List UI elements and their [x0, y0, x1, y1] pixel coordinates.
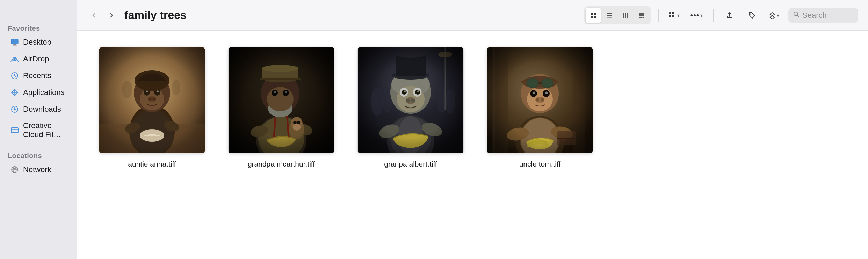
favorites-section-label: Favorites [0, 21, 77, 34]
desktop-icon [10, 37, 20, 47]
svg-rect-20 [639, 13, 644, 16]
svg-rect-11 [594, 13, 596, 15]
more-arrow: ▾ [700, 13, 703, 18]
svg-rect-25 [672, 12, 674, 14]
sidebar-item-airdrop[interactable]: AirDrop [2, 51, 74, 67]
svg-rect-10 [591, 13, 593, 15]
svg-rect-50 [99, 47, 205, 153]
sidebar-item-desktop[interactable]: Desktop [2, 34, 74, 50]
sidebar-item-downloads-label: Downloads [23, 105, 61, 114]
more-options-button[interactable]: ••• ▾ [689, 7, 706, 24]
downloads-icon [10, 104, 20, 114]
grid-view-button[interactable] [586, 8, 601, 23]
folder-title: family trees [124, 9, 187, 22]
file-item-granpa-albert[interactable]: granpa albert.tiff [356, 47, 465, 168]
svg-rect-14 [607, 13, 612, 14]
sidebar-item-recents[interactable]: Recents [2, 68, 74, 84]
applications-icon [10, 88, 20, 97]
svg-rect-21 [639, 17, 641, 18]
gallery-view-button[interactable] [634, 8, 649, 23]
creative-cloud-icon [10, 125, 20, 135]
toolbar: family trees [77, 0, 868, 31]
file-thumb-granpa-albert [358, 47, 463, 153]
svg-rect-75 [229, 47, 334, 153]
svg-rect-16 [607, 17, 612, 18]
sidebar-item-network[interactable]: Network [2, 162, 74, 178]
file-name-granpa-albert: granpa albert.tiff [384, 160, 437, 168]
svg-rect-12 [591, 16, 593, 18]
sidebar-item-desktop-label: Desktop [23, 38, 51, 47]
svg-rect-27 [672, 15, 674, 17]
svg-rect-13 [594, 16, 596, 18]
portrait-mcarthur [229, 47, 334, 153]
file-item-auntie-anna[interactable]: auntie anna.tiff [98, 47, 206, 168]
svg-rect-24 [669, 12, 671, 14]
main-content: family trees [77, 0, 868, 259]
svg-rect-23 [643, 17, 644, 18]
sidebar-item-creative-cloud-label: Creative Cloud Fil… [23, 121, 67, 139]
svg-rect-22 [641, 17, 643, 18]
search-icon [793, 11, 800, 19]
sidebar-item-network-label: Network [23, 165, 51, 174]
svg-rect-1 [13, 44, 16, 45]
file-item-grandpa-mcarthur[interactable]: grandpa mcarthur.tiff [227, 47, 335, 168]
dropbox-arrow: ▾ [777, 13, 779, 18]
portrait-albert [358, 47, 463, 153]
column-view-button[interactable] [618, 8, 633, 23]
sidebar: Favorites Desktop AirDrop [0, 0, 77, 259]
svg-rect-7 [11, 128, 18, 133]
svg-rect-15 [607, 15, 612, 16]
portrait-tom [487, 47, 593, 153]
search-placeholder: Search [802, 11, 827, 20]
file-name-uncle-tom: uncle tom.tiff [519, 160, 561, 168]
file-thumb-auntie-anna [99, 47, 205, 153]
svg-rect-18 [625, 13, 626, 18]
svg-point-4 [14, 59, 16, 60]
sidebar-item-recents-label: Recents [23, 71, 51, 80]
file-thumb-grandpa-mcarthur [229, 47, 334, 153]
more-dots: ••• [690, 11, 699, 20]
network-icon [10, 165, 20, 175]
file-name-auntie-anna: auntie anna.tiff [128, 160, 176, 168]
svg-rect-17 [623, 13, 624, 18]
group-by-arrow: ▾ [677, 13, 680, 18]
share-button[interactable] [721, 7, 738, 24]
tag-button[interactable] [744, 7, 760, 24]
list-view-button[interactable] [602, 8, 617, 23]
svg-rect-0 [11, 39, 18, 44]
toolbar-separator-2 [713, 9, 714, 22]
forward-button[interactable] [104, 8, 119, 23]
file-thumb-uncle-tom [487, 47, 593, 153]
svg-rect-2 [13, 45, 17, 46]
portrait-anna [99, 47, 205, 153]
view-controls [584, 6, 651, 24]
back-button[interactable] [87, 8, 101, 23]
svg-rect-26 [669, 15, 671, 17]
dropbox-button[interactable]: ▾ [766, 7, 783, 24]
toolbar-separator-1 [658, 9, 659, 22]
sidebar-item-applications-label: Applications [23, 88, 65, 97]
sidebar-item-creative-cloud[interactable]: Creative Cloud Fil… [2, 118, 74, 142]
airdrop-icon [10, 54, 20, 64]
svg-rect-19 [627, 13, 628, 18]
locations-section-label: Locations [0, 148, 77, 161]
file-item-uncle-tom[interactable]: uncle tom.tiff [486, 47, 594, 168]
group-by-button[interactable]: ▾ [666, 7, 683, 24]
recents-icon [10, 71, 20, 81]
sidebar-item-downloads[interactable]: Downloads [2, 101, 74, 117]
svg-rect-132 [487, 47, 593, 153]
svg-rect-104 [358, 47, 463, 153]
file-grid: auntie anna.tiff [77, 31, 868, 259]
sidebar-item-airdrop-label: AirDrop [23, 54, 49, 64]
nav-controls [87, 8, 119, 23]
file-name-grandpa-mcarthur: grandpa mcarthur.tiff [248, 160, 315, 168]
search-box[interactable]: Search [788, 8, 858, 23]
sidebar-item-applications[interactable]: Applications [2, 84, 74, 101]
svg-point-28 [750, 13, 751, 14]
